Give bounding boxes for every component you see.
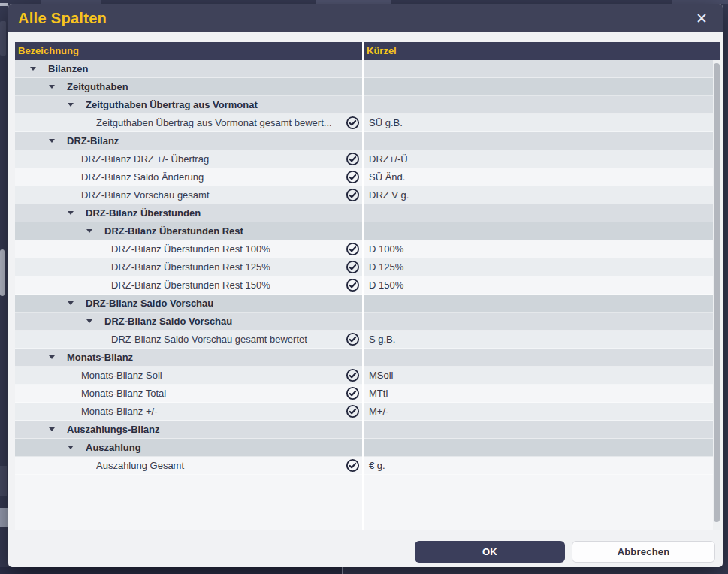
kuerzel-cell: D 125% bbox=[362, 258, 713, 276]
dialog-title: Alle Spalten bbox=[18, 10, 107, 27]
checked-icon[interactable] bbox=[346, 260, 360, 274]
bezeichnung-cell: DRZ-Bilanz Überstunden Rest bbox=[15, 222, 362, 240]
row-label: DRZ-Bilanz Überstunden Rest 150% bbox=[111, 279, 272, 291]
kuerzel-cell bbox=[362, 349, 713, 366]
checked-icon[interactable] bbox=[346, 116, 360, 130]
all-columns-dialog: Alle Spalten ✕ Bezeichnung Kürzel Bilanz… bbox=[8, 4, 723, 567]
row-label: DRZ-Bilanz Überstunden bbox=[86, 207, 202, 219]
bezeichnung-cell: Auszahlungs-Bilanz bbox=[15, 421, 362, 438]
kuerzel-cell bbox=[362, 295, 713, 312]
checked-icon[interactable] bbox=[346, 242, 360, 256]
kuerzel-cell: M+/- bbox=[362, 403, 713, 420]
bezeichnung-cell: DRZ-Bilanz Überstunden Rest 150% bbox=[15, 276, 362, 294]
kuerzel-cell bbox=[362, 96, 713, 113]
bezeichnung-cell: DRZ-Bilanz Saldo Vorschau bbox=[15, 295, 362, 312]
kuerzel-cell: SÜ Änd. bbox=[362, 168, 713, 186]
kuerzel-cell bbox=[362, 313, 713, 330]
background-app-sliver bbox=[342, 567, 343, 574]
checked-icon[interactable] bbox=[346, 404, 360, 418]
checked-icon[interactable] bbox=[346, 278, 360, 292]
kuerzel-cell bbox=[362, 421, 713, 438]
row-label: DRZ-Bilanz Vorschau gesamt bbox=[81, 189, 211, 201]
collapse-arrow-icon[interactable] bbox=[68, 211, 74, 215]
collapse-arrow-icon[interactable] bbox=[49, 355, 55, 359]
ok-button[interactable]: OK bbox=[415, 541, 565, 563]
kuerzel-cell: MTtl bbox=[362, 385, 713, 402]
checked-icon[interactable] bbox=[346, 386, 360, 400]
background-app-sliver bbox=[0, 21, 6, 56]
bezeichnung-cell: Monats-Bilanz bbox=[15, 349, 362, 366]
kuerzel-cell: DRZ+/-Ü bbox=[362, 150, 713, 168]
checked-icon[interactable] bbox=[346, 332, 360, 346]
background-app-sliver bbox=[0, 508, 8, 527]
row-label: DRZ-Bilanz DRZ +/- Übertrag bbox=[81, 153, 210, 165]
kuerzel-cell: S g.B. bbox=[362, 331, 713, 348]
row-label: DRZ-Bilanz Saldo Vorschau bbox=[86, 298, 215, 309]
row-label: Monats-Bilanz +/- bbox=[81, 406, 159, 417]
cancel-button[interactable]: Abbrechen bbox=[572, 541, 715, 563]
bezeichnung-cell: DRZ-Bilanz Überstunden bbox=[15, 204, 362, 222]
column-header-bezeichnung: Bezeichnung bbox=[15, 42, 362, 60]
kuerzel-cell: DRZ V g. bbox=[362, 186, 713, 204]
collapse-arrow-icon[interactable] bbox=[68, 446, 74, 449]
collapse-arrow-icon[interactable] bbox=[49, 427, 55, 431]
bezeichnung-cell: Bilanzen bbox=[15, 60, 362, 77]
row-label: Monats-Bilanz Soll bbox=[81, 370, 164, 381]
checked-icon[interactable] bbox=[346, 188, 360, 202]
bezeichnung-cell: DRZ-Bilanz bbox=[15, 132, 362, 150]
columns-tree-table: Bezeichnung Kürzel BilanzenZeitguthabenZ… bbox=[15, 42, 720, 530]
table-header-row: Bezeichnung Kürzel bbox=[15, 42, 720, 60]
dialog-titlebar: Alle Spalten ✕ bbox=[8, 4, 723, 32]
column-divider bbox=[362, 42, 364, 530]
row-label: Auszahlung bbox=[86, 442, 143, 453]
row-label: Auszahlungs-Bilanz bbox=[67, 424, 162, 435]
scrollbar-thumb[interactable] bbox=[714, 63, 720, 522]
row-label: DRZ-Bilanz Saldo Vorschau bbox=[104, 316, 234, 327]
row-label: Monats-Bilanz Total bbox=[81, 388, 168, 399]
kuerzel-cell bbox=[362, 60, 713, 77]
collapse-arrow-icon[interactable] bbox=[49, 139, 55, 143]
checked-icon[interactable] bbox=[346, 458, 360, 473]
collapse-arrow-icon[interactable] bbox=[68, 103, 74, 107]
bezeichnung-cell: DRZ-Bilanz Saldo Vorschau gesamt bewerte… bbox=[15, 331, 362, 348]
kuerzel-cell: D 100% bbox=[362, 240, 713, 258]
kuerzel-cell: SÜ g.B. bbox=[362, 114, 713, 131]
collapse-arrow-icon[interactable] bbox=[86, 319, 92, 323]
background-app-sliver bbox=[0, 3, 8, 6]
background-app-sliver bbox=[0, 567, 342, 574]
bezeichnung-cell: Auszahlung bbox=[15, 439, 362, 456]
vertical-scrollbar[interactable] bbox=[713, 60, 720, 530]
dialog-footer: OK Abbrechen bbox=[415, 541, 715, 563]
bezeichnung-cell: DRZ-Bilanz Überstunden Rest 100% bbox=[15, 240, 362, 258]
row-label: DRZ-Bilanz Saldo Änderung bbox=[81, 171, 205, 183]
row-label: Bilanzen bbox=[48, 63, 89, 74]
screen: { "dialog": { "title": "Alle Spalten", "… bbox=[0, 0, 728, 574]
bezeichnung-cell: Monats-Bilanz +/- bbox=[15, 403, 362, 420]
collapse-arrow-icon[interactable] bbox=[30, 67, 36, 71]
close-icon[interactable]: ✕ bbox=[693, 10, 711, 27]
kuerzel-cell: € g. bbox=[362, 457, 713, 474]
checked-icon[interactable] bbox=[346, 368, 360, 382]
row-label: DRZ-Bilanz Überstunden Rest 125% bbox=[111, 261, 272, 273]
bezeichnung-cell: DRZ-Bilanz Saldo Änderung bbox=[15, 168, 362, 186]
kuerzel-cell bbox=[362, 222, 713, 240]
bezeichnung-cell: Zeitguthaben Übertrag aus Vormonat gesam… bbox=[15, 114, 362, 131]
kuerzel-cell: D 150% bbox=[362, 276, 713, 294]
bezeichnung-cell: DRZ-Bilanz Saldo Vorschau bbox=[15, 313, 362, 330]
row-label: DRZ-Bilanz Saldo Vorschau gesamt bewerte… bbox=[111, 334, 309, 345]
collapse-arrow-icon[interactable] bbox=[86, 229, 92, 233]
row-label: Zeitguthaben Übertrag aus Vormonat bbox=[86, 99, 259, 110]
row-label: Zeitguthaben Übertrag aus Vormonat gesam… bbox=[96, 117, 334, 128]
collapse-arrow-icon[interactable] bbox=[49, 85, 55, 89]
checked-icon[interactable] bbox=[346, 170, 360, 184]
checked-icon[interactable] bbox=[346, 152, 360, 166]
row-label: DRZ-Bilanz Überstunden Rest bbox=[104, 225, 245, 237]
bezeichnung-cell: DRZ-Bilanz DRZ +/- Übertrag bbox=[15, 150, 362, 168]
column-header-kuerzel: Kürzel bbox=[362, 42, 720, 60]
row-label: Zeitguthaben bbox=[67, 81, 130, 92]
bezeichnung-cell: Monats-Bilanz Soll bbox=[15, 367, 362, 384]
background-app-sliver bbox=[0, 466, 7, 496]
bezeichnung-cell: Zeitguthaben Übertrag aus Vormonat bbox=[15, 96, 362, 113]
bezeichnung-cell: Monats-Bilanz Total bbox=[15, 385, 362, 402]
collapse-arrow-icon[interactable] bbox=[68, 301, 74, 305]
